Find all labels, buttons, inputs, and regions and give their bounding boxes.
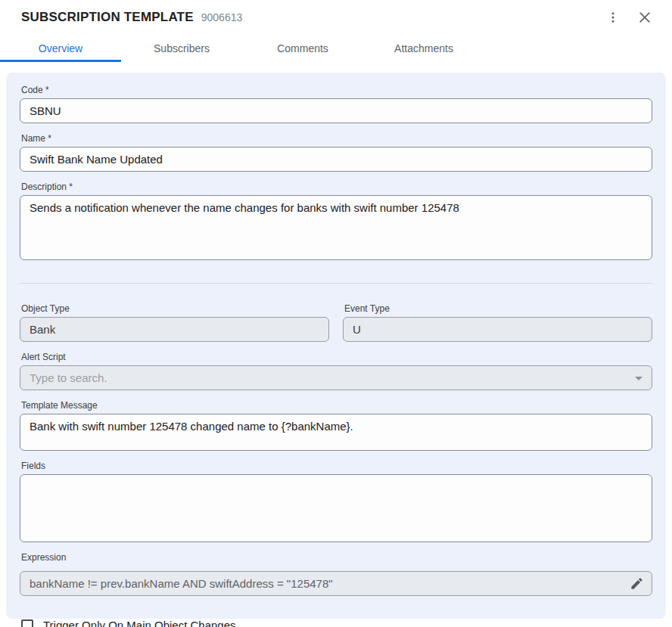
- trigger-only-label[interactable]: Trigger Only On Main Object Changes: [43, 619, 236, 627]
- section-divider: [20, 283, 652, 284]
- name-label: Name *: [21, 133, 652, 144]
- template-message-field-group: Template Message Bank with swift number …: [20, 400, 652, 451]
- page-title: SUBSCRIPTION TEMPLATE: [21, 10, 194, 25]
- fields-textarea[interactable]: [20, 474, 652, 542]
- overview-form-panel: Code * Name * Description * Sends a noti…: [6, 73, 666, 619]
- fields-label: Fields: [21, 461, 652, 471]
- event-type-input: [343, 317, 652, 342]
- name-input[interactable]: [20, 147, 652, 172]
- object-type-input: [20, 317, 329, 342]
- code-label: Code *: [21, 85, 652, 95]
- code-field-group: Code *: [20, 85, 652, 123]
- edit-pencil-icon[interactable]: [628, 576, 645, 592]
- object-type-label: Object Type: [21, 303, 329, 314]
- description-textarea[interactable]: Sends a notification whenever the name c…: [20, 195, 652, 260]
- header-actions: [604, 8, 654, 26]
- template-message-label: Template Message: [21, 400, 652, 411]
- tab-bar: Overview Subscribers Comments Attachment…: [0, 35, 672, 62]
- fields-field-group: Fields: [20, 461, 652, 542]
- name-field-group: Name *: [20, 133, 652, 172]
- event-type-label: Event Type: [344, 303, 652, 314]
- event-type-field-group: Event Type: [343, 303, 652, 342]
- description-label: Description *: [21, 182, 652, 192]
- dialog-header: SUBSCRIPTION TEMPLATE 9006613: [0, 0, 672, 35]
- alert-script-label: Alert Script: [21, 352, 652, 362]
- type-row: Object Type Event Type: [20, 303, 652, 342]
- tab-comments[interactable]: Comments: [242, 35, 363, 62]
- object-type-field-group: Object Type: [20, 303, 329, 342]
- record-id: 9006613: [201, 11, 243, 23]
- kebab-menu-icon[interactable]: [604, 8, 622, 26]
- expression-input: [20, 571, 652, 596]
- alert-script-field-group: Alert Script: [20, 352, 652, 390]
- description-field-group: Description * Sends a notification whene…: [20, 182, 652, 260]
- tab-attachments[interactable]: Attachments: [363, 35, 484, 62]
- alert-script-combobox: [20, 365, 652, 390]
- close-icon[interactable]: [636, 8, 654, 26]
- template-message-textarea[interactable]: Bank with swift number 125478 changed na…: [20, 414, 652, 451]
- trigger-checkbox-row: Trigger Only On Main Object Changes: [20, 619, 652, 627]
- tab-overview[interactable]: Overview: [0, 35, 121, 62]
- tab-subscribers[interactable]: Subscribers: [121, 35, 242, 62]
- code-input[interactable]: [20, 98, 652, 123]
- trigger-only-checkbox[interactable]: [21, 619, 33, 627]
- expression-field-group: Expression: [20, 552, 652, 596]
- expression-label: Expression: [21, 552, 652, 563]
